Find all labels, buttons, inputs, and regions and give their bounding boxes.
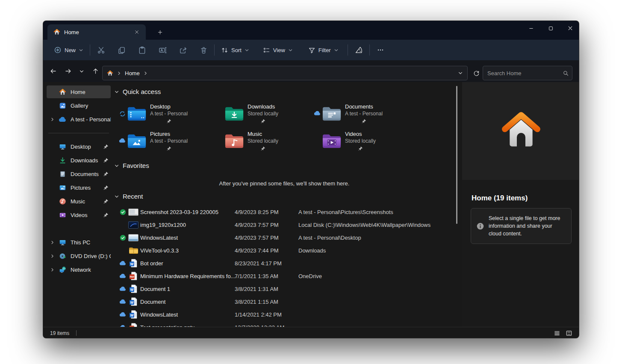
up-button[interactable] (89, 65, 102, 78)
filter-button[interactable]: Filter (304, 43, 342, 57)
chevron-right-icon[interactable] (47, 117, 58, 122)
recent-file-row[interactable]: Document 3/8/2021 1:15 AM (112, 295, 456, 308)
recent-file-row[interactable]: Minimum Hardware Requirements fo... 7/1/… (112, 270, 456, 282)
search-input[interactable] (487, 70, 563, 76)
sidebar-item-home[interactable]: Home (47, 85, 111, 98)
quick-access-tile-music[interactable]: Music Stored locally (214, 129, 309, 154)
image-file-icon (128, 208, 139, 216)
chevron-down-icon (288, 48, 293, 53)
dvd-drive-icon (58, 252, 67, 260)
sidebar-item-gallery[interactable]: Gallery (47, 99, 111, 112)
file-date: 4/9/2023 8:25 PM (235, 209, 279, 215)
sidebar-item-this-pc[interactable]: This PC (47, 236, 111, 249)
quick-access-tile-pictures[interactable]: Pictures A test - Personal (117, 129, 212, 154)
details-pane-title: Home (19 items) (472, 194, 528, 203)
tab-home[interactable]: Home (47, 24, 146, 40)
address-bar-row: Home (43, 60, 579, 82)
recent-file-row[interactable]: Bot order 8/23/2021 4:17 PM (112, 257, 456, 270)
sidebar-divider (48, 133, 109, 133)
sort-button[interactable]: Sort (217, 43, 253, 57)
recent-file-row[interactable]: WindowsLatest 4/9/2023 7:57 PM A test - … (112, 231, 456, 244)
rename-button[interactable] (154, 43, 171, 57)
sidebar-item-videos[interactable]: Videos (47, 208, 111, 221)
sidebar-item-dvd-drive[interactable]: DVD Drive (D:) CCC (47, 250, 111, 262)
details-view-button[interactable] (552, 329, 562, 338)
paste-button[interactable] (134, 43, 150, 57)
pizza-icon-button[interactable] (351, 43, 367, 57)
delete-button[interactable] (195, 43, 212, 57)
copy-button[interactable] (113, 43, 130, 57)
refresh-button[interactable] (469, 66, 483, 80)
tile-location: Stored locally (248, 138, 278, 144)
music-icon (58, 198, 67, 205)
section-header-favorites[interactable]: Favorites (114, 162, 149, 169)
chevron-down-icon (334, 48, 339, 53)
minimize-button[interactable] (521, 21, 541, 35)
quick-access-tile-documents[interactable]: Documents A test - Personal (312, 102, 407, 127)
sidebar-item-downloads[interactable]: Downloads (47, 154, 111, 167)
info-icon (476, 222, 484, 230)
sidebar-item-onedrive-personal[interactable]: A test - Personal (47, 113, 111, 126)
home-preview-icon (499, 109, 543, 152)
recent-file-row[interactable]: WindowsLatest 1/14/2021 2:42 PM (112, 308, 456, 321)
tab-close-button[interactable] (132, 27, 141, 37)
pin-icon (345, 146, 376, 151)
chevron-right-icon[interactable] (47, 254, 58, 258)
sidebar-item-network[interactable]: Network (47, 263, 111, 276)
share-button[interactable] (175, 43, 191, 57)
back-button[interactable] (47, 65, 59, 78)
recent-file-row[interactable]: ViVeTool-v0.3.3 4/9/2023 7:44 PM Downloa… (112, 244, 456, 257)
search-box[interactable] (483, 66, 572, 80)
chevron-down-icon (245, 48, 249, 53)
synced-icon (119, 209, 127, 215)
breadcrumb-home[interactable]: Home (125, 70, 140, 76)
recent-locations-button[interactable] (75, 65, 88, 78)
new-button-label: New (65, 47, 76, 53)
details-info-message: Select a single file to get more informa… (489, 214, 566, 238)
new-tab-button[interactable] (154, 26, 165, 38)
section-header-quick-access[interactable]: Quick access (114, 88, 161, 95)
home-icon (107, 70, 113, 76)
title-bar: Home (43, 21, 579, 40)
close-button[interactable] (560, 21, 579, 35)
sidebar-item-documents[interactable]: Documents (47, 167, 111, 180)
forward-button[interactable] (62, 65, 74, 78)
chevron-right-icon[interactable] (47, 240, 58, 245)
documents-folder-icon (322, 105, 342, 122)
new-button[interactable]: New (50, 43, 87, 57)
synced-icon (119, 235, 127, 241)
list-scrollbar[interactable] (456, 86, 457, 224)
address-breadcrumb-bar[interactable]: Home (102, 66, 468, 80)
file-name: Minimum Hardware Requirements fo... (140, 273, 236, 279)
image-file-icon (128, 221, 139, 229)
quick-access-tile-desktop[interactable]: Desktop A test - Personal (117, 102, 212, 127)
see-more-button[interactable] (372, 43, 389, 57)
pin-icon (101, 158, 111, 163)
recent-file-row[interactable]: Document 1 3/8/2021 1:31 AM (112, 282, 456, 295)
file-date: 1/14/2021 2:42 PM (235, 311, 282, 318)
section-header-recent[interactable]: Recent (114, 193, 143, 200)
status-bar: 19 items (43, 327, 579, 338)
recent-file-row[interactable]: Test presentation pptx 12/7/2020 12:22 A… (112, 321, 456, 327)
network-icon (58, 266, 67, 273)
view-button[interactable]: View (259, 43, 297, 57)
chevron-right-icon (117, 71, 121, 76)
address-dropdown-icon[interactable] (458, 70, 463, 76)
cut-button[interactable] (93, 43, 109, 57)
sidebar-item-music[interactable]: Music (47, 195, 111, 208)
large-icons-view-button[interactable] (564, 329, 574, 338)
chevron-right-icon (143, 71, 148, 76)
recent-file-row[interactable]: Screenshot 2023-03-19 220005 4/9/2023 8:… (112, 205, 456, 218)
recent-file-row[interactable]: img19_1920x1200 4/9/2023 7:57 PM Local D… (112, 218, 456, 231)
cloud-status-icon (119, 261, 127, 266)
quick-access-tile-videos[interactable]: Videos Stored locally (312, 129, 407, 154)
word-file-icon (128, 258, 139, 268)
chevron-down-icon (114, 89, 119, 94)
file-location: OneDrive (298, 273, 322, 279)
quick-access-tile-downloads[interactable]: Downloads Stored locally (214, 102, 309, 127)
pin-icon (101, 144, 111, 149)
sidebar-item-pictures[interactable]: Pictures (47, 181, 111, 194)
chevron-right-icon[interactable] (47, 267, 58, 272)
sidebar-item-desktop[interactable]: Desktop (47, 140, 111, 153)
maximize-button[interactable] (541, 21, 560, 35)
